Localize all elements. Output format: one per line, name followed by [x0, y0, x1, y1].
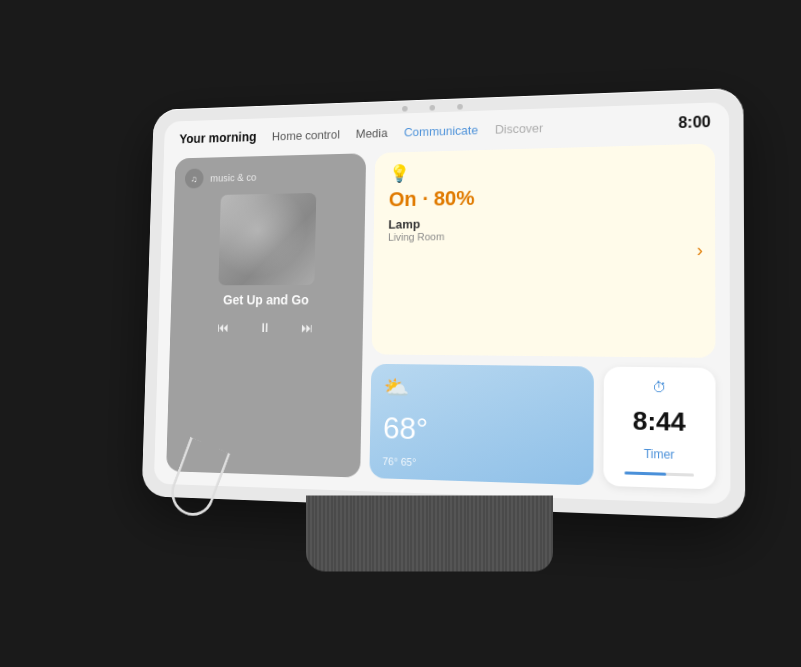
chevron-right-icon: › — [696, 239, 702, 260]
weather-temperature: 68° — [382, 410, 579, 451]
prev-button[interactable]: ⏮ — [210, 314, 235, 340]
music-app-row: ♫ music & co — [184, 164, 355, 188]
timer-icon-row: ⏱ — [651, 379, 665, 395]
device-stand — [306, 495, 553, 571]
bottom-row: ⛅ 68° 76° 65° ⏱ 8:44 Timer — [369, 363, 715, 489]
music-controls: ⏮ ⏸ ⏭ — [180, 314, 352, 341]
timer-progress-fill — [624, 471, 666, 475]
music-card[interactable]: ♫ music & co Get Up and Go ⏮ ⏸ ⏭ — [166, 153, 366, 477]
next-button[interactable]: ⏭ — [294, 314, 319, 340]
timer-progress-bar — [624, 471, 694, 476]
weather-card[interactable]: ⛅ 68° 76° 65° — [369, 363, 594, 485]
tab-discover[interactable]: Discover — [494, 118, 542, 137]
weather-icon: ⛅ — [383, 375, 408, 400]
clock-icon: ⏱ — [651, 379, 665, 395]
tab-home-control[interactable]: Home control — [271, 125, 339, 144]
lamp-card[interactable]: 💡 On · 80% Lamp Living Room › — [371, 143, 715, 357]
tab-your-morning[interactable]: Your morning — [179, 127, 256, 147]
pause-button[interactable]: ⏸ — [252, 314, 277, 340]
google-home-hub: Your morning Home control Media Communic… — [68, 96, 733, 571]
clock-display: 8:00 — [678, 113, 710, 132]
song-title: Get Up and Go — [181, 292, 353, 307]
timer-label: Timer — [643, 447, 674, 462]
music-app-name: music & co — [210, 171, 256, 183]
right-grid: 💡 On · 80% Lamp Living Room › ⛅ — [369, 143, 715, 489]
timer-card[interactable]: ⏱ 8:44 Timer — [603, 366, 715, 489]
stand-wrapper — [306, 495, 553, 571]
weather-range: 76° 65° — [382, 455, 579, 473]
album-art — [218, 192, 316, 284]
lamp-status: On · 80% — [388, 181, 698, 212]
music-note-icon: ♫ — [190, 173, 197, 183]
tab-media[interactable]: Media — [355, 123, 387, 141]
music-app-icon: ♫ — [184, 168, 203, 188]
weather-icon-row: ⛅ — [383, 375, 579, 403]
screen: Your morning Home control Media Communic… — [153, 101, 730, 503]
tab-communicate[interactable]: Communicate — [403, 120, 477, 140]
timer-time: 8:44 — [632, 405, 685, 437]
device-screen-body: Your morning Home control Media Communic… — [141, 87, 745, 518]
main-content: ♫ music & co Get Up and Go ⏮ ⏸ ⏭ — [153, 137, 730, 504]
lamp-icon: 💡 — [389, 155, 699, 183]
